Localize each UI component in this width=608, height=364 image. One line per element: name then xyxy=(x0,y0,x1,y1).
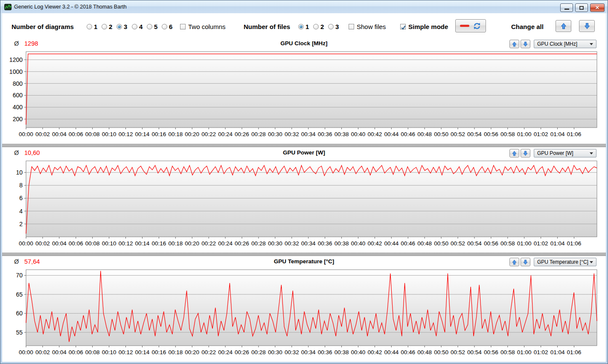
arrow-down-icon xyxy=(523,151,528,156)
move-chart-down-button[interactable] xyxy=(521,149,530,157)
svg-text:00:58: 00:58 xyxy=(500,349,515,355)
svg-text:00:36: 00:36 xyxy=(318,349,332,355)
svg-text:00:20: 00:20 xyxy=(185,349,199,355)
svg-text:00:44: 00:44 xyxy=(384,131,399,137)
svg-text:00:04: 00:04 xyxy=(52,131,67,137)
diagrams-radio-2-label[interactable]: 2 xyxy=(109,23,112,30)
gpu-temperature-plot: 5560657000:0000:0200:0400:0600:0800:1000… xyxy=(3,267,600,358)
svg-text:00:00: 00:00 xyxy=(19,349,33,355)
svg-text:00:08: 00:08 xyxy=(85,131,100,137)
svg-text:00:50: 00:50 xyxy=(434,349,448,355)
svg-text:00:32: 00:32 xyxy=(285,131,299,137)
simple-mode-label[interactable]: Simple mode xyxy=(408,23,448,30)
svg-text:00:08: 00:08 xyxy=(85,240,100,247)
svg-text:00:16: 00:16 xyxy=(151,131,166,137)
svg-text:00:16: 00:16 xyxy=(151,349,166,355)
titlebar[interactable]: Generic Log Viewer 3.2 - © 2018 Thomas B… xyxy=(0,0,608,13)
svg-text:00:48: 00:48 xyxy=(417,349,432,355)
refresh-button[interactable] xyxy=(455,19,486,32)
chart-metric-select[interactable]: GPU Power [W] xyxy=(534,149,596,157)
diagrams-radio-3-label[interactable]: 3 xyxy=(124,23,127,30)
diagrams-radio-6[interactable] xyxy=(162,24,167,29)
svg-text:00:52: 00:52 xyxy=(451,349,465,355)
close-button[interactable]: ✕ xyxy=(590,3,605,12)
arrow-up-icon xyxy=(512,41,517,47)
two-columns-checkbox[interactable] xyxy=(180,24,186,29)
panel-separator xyxy=(2,144,606,147)
chart-metric-select[interactable]: GPU Clock [MHz] xyxy=(534,40,596,48)
svg-text:00:36: 00:36 xyxy=(318,240,332,247)
change-all-up-button[interactable] xyxy=(556,20,571,32)
files-radio-3-label[interactable]: 3 xyxy=(335,23,339,30)
chart-panel-gpu-power: Ø 10,60 GPU Power [W] GPU Power [W] 2468… xyxy=(2,147,606,253)
svg-text:00:06: 00:06 xyxy=(69,240,83,247)
svg-text:00:22: 00:22 xyxy=(201,131,216,137)
arrow-up-icon xyxy=(560,23,567,29)
svg-text:01:02: 01:02 xyxy=(534,131,548,137)
panel-separator xyxy=(2,253,606,256)
minimize-button[interactable] xyxy=(560,3,573,12)
svg-text:00:04: 00:04 xyxy=(52,349,67,355)
svg-text:00:36: 00:36 xyxy=(318,131,332,137)
svg-text:00:54: 00:54 xyxy=(467,349,482,355)
svg-text:8: 8 xyxy=(19,182,23,189)
svg-text:00:38: 00:38 xyxy=(335,349,349,355)
move-chart-down-button[interactable] xyxy=(521,258,530,266)
svg-text:00:40: 00:40 xyxy=(351,131,366,137)
files-radio-1[interactable] xyxy=(298,24,304,29)
diagrams-radio-4-label[interactable]: 4 xyxy=(139,23,143,30)
two-columns-label[interactable]: Two columns xyxy=(188,23,226,30)
maximize-button[interactable] xyxy=(575,3,588,12)
svg-text:1200: 1200 xyxy=(9,56,23,63)
simple-mode-checkbox[interactable] xyxy=(400,24,406,29)
chart-metric-value: GPU Clock [MHz] xyxy=(537,41,577,47)
diagrams-radio-6-label[interactable]: 6 xyxy=(169,23,172,30)
show-files-checkbox[interactable] xyxy=(349,24,354,29)
diagrams-radio-3[interactable] xyxy=(116,24,122,29)
svg-text:00:54: 00:54 xyxy=(467,240,482,247)
diagrams-radio-5-label[interactable]: 5 xyxy=(154,23,157,30)
move-chart-up-button[interactable] xyxy=(509,258,519,266)
diagrams-radio-1-label[interactable]: 1 xyxy=(94,23,97,30)
toolbar: Number of diagrams 1 2 3 4 5 6 Two colum… xyxy=(2,13,606,38)
diagrams-radio-1[interactable] xyxy=(87,24,92,29)
svg-text:00:10: 00:10 xyxy=(102,131,116,137)
svg-text:01:04: 01:04 xyxy=(550,349,565,355)
svg-text:00:38: 00:38 xyxy=(335,131,349,137)
svg-text:00:26: 00:26 xyxy=(235,240,249,247)
move-chart-up-button[interactable] xyxy=(509,40,519,48)
svg-text:00:10: 00:10 xyxy=(102,240,116,247)
chart-metric-value: GPU Temperature [°C] xyxy=(537,259,588,265)
arrow-up-icon xyxy=(512,259,517,265)
diagrams-radio-2[interactable] xyxy=(102,24,107,29)
svg-text:01:00: 01:00 xyxy=(517,240,532,247)
arrow-up-icon xyxy=(512,151,517,156)
files-radio-3[interactable] xyxy=(328,24,334,29)
svg-text:00:38: 00:38 xyxy=(335,240,349,247)
files-radio-2-label[interactable]: 2 xyxy=(320,23,324,30)
svg-text:00:10: 00:10 xyxy=(102,349,116,355)
window-title: Generic Log Viewer 3.2 - © 2018 Thomas B… xyxy=(14,4,127,10)
svg-text:00:24: 00:24 xyxy=(218,349,233,355)
arrow-down-icon xyxy=(523,259,528,265)
show-files-label[interactable]: Show files xyxy=(357,23,386,30)
svg-text:00:58: 00:58 xyxy=(500,131,515,137)
chart-metric-select[interactable]: GPU Temperature [°C] xyxy=(534,258,596,266)
svg-text:10: 10 xyxy=(16,169,23,176)
svg-text:00:56: 00:56 xyxy=(484,349,498,355)
svg-text:00:56: 00:56 xyxy=(484,131,498,137)
diagrams-radio-5[interactable] xyxy=(147,24,152,29)
line-style-icon xyxy=(460,25,469,27)
diagrams-radio-4[interactable] xyxy=(132,24,137,29)
svg-text:65: 65 xyxy=(16,291,23,298)
svg-text:00:20: 00:20 xyxy=(185,240,199,247)
svg-text:00:12: 00:12 xyxy=(119,349,133,355)
move-chart-up-button[interactable] xyxy=(509,149,519,157)
chevron-down-icon xyxy=(590,261,593,263)
move-chart-down-button[interactable] xyxy=(521,40,530,48)
chart-metric-value: GPU Power [W] xyxy=(537,150,573,156)
chart-panel-gpu-temperature: Ø 57,64 GPU Temperature [°C] GPU Tempera… xyxy=(2,256,606,361)
files-radio-1-label[interactable]: 1 xyxy=(305,23,309,30)
files-radio-2[interactable] xyxy=(313,24,319,29)
change-all-down-button[interactable] xyxy=(579,20,595,32)
